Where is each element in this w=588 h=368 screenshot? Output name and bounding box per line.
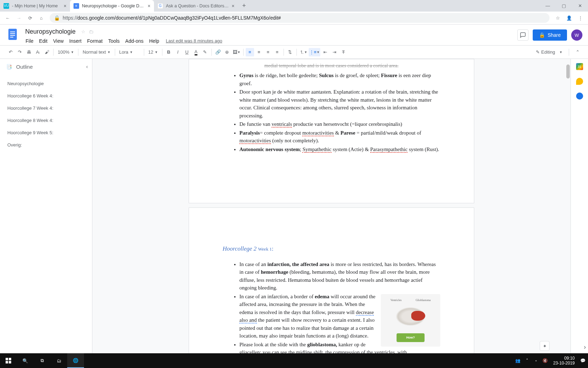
tab-help[interactable]: G Ask a Question - Docs Editors He × — [154, 0, 238, 12]
indent-decrease-button[interactable]: ⇤ — [321, 48, 329, 56]
tray-chevron-icon[interactable]: ˄ — [523, 358, 531, 363]
editing-mode-select[interactable]: ✎ Editing▼ — [534, 49, 565, 55]
forward-button[interactable]: → — [14, 13, 24, 23]
page[interactable]: medial temporal lobe and is in most case… — [189, 59, 474, 203]
home-button[interactable]: ⌂ — [36, 13, 46, 23]
list-item[interactable]: Gyrus is de ridge, het bolle gedeelte; S… — [239, 71, 440, 87]
document-canvas[interactable]: medial temporal lobe and is in most case… — [92, 59, 570, 354]
list-item[interactable]: De functie van ventricals productie van … — [239, 120, 440, 128]
share-button[interactable]: 🔒 Share — [533, 29, 567, 41]
list-item[interactable]: In case of an infarction, the affected a… — [239, 260, 440, 292]
spellcheck-button[interactable]: Aᵢ — [34, 48, 42, 56]
outline-item[interactable]: Hoorcollege 6 Week 4: — [0, 90, 92, 102]
chrome-taskbar-icon[interactable]: 🌐 — [67, 353, 84, 368]
close-icon[interactable]: × — [64, 3, 66, 9]
bold-button[interactable]: B — [164, 48, 173, 56]
font-size-select[interactable]: 12▼ — [146, 49, 160, 55]
file-explorer-icon[interactable]: 🗂 — [50, 353, 67, 368]
insert-link-button[interactable]: 🔗 — [214, 48, 222, 56]
outline-item[interactable]: Neuropsychologie — [0, 77, 92, 90]
outline-item[interactable]: Hoorcollege 8 Week 4: — [0, 114, 92, 127]
vertical-scrollbar[interactable] — [566, 59, 570, 354]
scrollbar-thumb[interactable] — [566, 64, 570, 79]
maximize-button[interactable]: ▢ — [556, 0, 572, 12]
show-side-panel-button[interactable]: › — [584, 343, 586, 351]
explore-button[interactable]: ✦ — [540, 341, 550, 351]
notifications-icon[interactable]: 💬 — [579, 358, 587, 363]
account-icon[interactable]: 👤 — [564, 13, 574, 23]
battery-icon[interactable]: ▫ — [532, 358, 540, 363]
menu-view[interactable]: View — [51, 37, 66, 45]
underline-button[interactable]: U — [183, 48, 191, 56]
close-icon[interactable]: × — [148, 3, 150, 9]
zoom-select[interactable]: 100%▼ — [56, 49, 76, 55]
highlight-button[interactable]: ✎ — [201, 48, 209, 56]
browser-menu-button[interactable]: ⋮ — [575, 13, 585, 23]
calendar-icon[interactable] — [576, 63, 583, 70]
collapse-outline-button[interactable]: ‹ — [86, 64, 88, 69]
reload-button[interactable]: ⟳ — [25, 13, 35, 23]
star-icon[interactable]: ☆ — [81, 29, 85, 34]
align-left-button[interactable]: ≡ — [246, 48, 254, 56]
insert-image-button[interactable]: 🖼▼ — [232, 48, 241, 56]
outline-item[interactable]: Hoorcollege 7 Week 4: — [0, 102, 92, 114]
docs-logo-icon[interactable] — [6, 27, 20, 41]
heading-hoorcollege-2[interactable]: Hoorcollege 2 Week 1: — [223, 244, 440, 253]
search-button[interactable]: 🔍 — [17, 353, 34, 368]
outline-item[interactable]: Overig: — [0, 139, 92, 151]
document-title[interactable]: Neuropsychologie — [23, 27, 78, 36]
volume-muted-icon[interactable]: 🔇 — [541, 358, 549, 363]
menu-file[interactable]: File — [23, 37, 36, 45]
menu-format[interactable]: Format — [85, 37, 105, 45]
numbered-list-button[interactable]: ⒈▼ — [299, 48, 308, 56]
line-spacing-button[interactable]: ⇅ — [286, 48, 294, 56]
hide-menus-button[interactable]: ⌃ — [573, 48, 582, 56]
print-button[interactable]: 🖶 — [24, 48, 33, 56]
task-view-button[interactable]: ⧉ — [34, 353, 50, 368]
tab-neuropsychologie[interactable]: ≡ Neuropsychologie - Google Docs × — [70, 0, 154, 12]
back-button[interactable]: ← — [3, 13, 13, 23]
page[interactable]: Hoorcollege 2 Week 1: In case of an infa… — [189, 207, 474, 354]
list-item[interactable]: Door sport kan je de white matter aantas… — [239, 88, 440, 120]
text-color-button[interactable]: A — [192, 48, 200, 56]
menu-edit[interactable]: Edit — [37, 37, 50, 45]
clear-formatting-button[interactable]: T — [339, 48, 348, 56]
new-tab-button[interactable]: + — [238, 2, 250, 9]
account-avatar[interactable]: W — [571, 29, 582, 41]
system-clock[interactable]: 09:10 23-10-2019 — [551, 356, 578, 366]
menu-insert[interactable]: Insert — [67, 37, 84, 45]
start-button[interactable] — [0, 353, 17, 368]
menu-help[interactable]: Help — [147, 37, 162, 45]
insert-comment-button[interactable]: ⊕ — [223, 48, 231, 56]
menu-addons[interactable]: Add-ons — [123, 37, 146, 45]
comments-button[interactable] — [517, 29, 528, 41]
indent-increase-button[interactable]: ⇥ — [330, 48, 338, 56]
tasks-icon[interactable] — [576, 93, 583, 100]
close-icon[interactable]: × — [232, 3, 234, 9]
minimize-button[interactable]: — — [540, 0, 556, 12]
paint-format-button[interactable]: 🖌 — [43, 48, 51, 56]
list-item[interactable]: Paralysis= complete dropout motoractivit… — [239, 129, 440, 145]
list-item[interactable]: Autonomic nervous system; Sympathethic s… — [239, 145, 440, 154]
align-justify-button[interactable]: ≡ — [273, 48, 281, 56]
list-item[interactable]: VentriclesGlioblastoma How? In case of a… — [239, 293, 440, 340]
italic-button[interactable]: I — [174, 48, 182, 56]
outline-item[interactable]: Hoorcollege 9 Week 5: — [0, 127, 92, 139]
brain-illustration[interactable]: VentriclesGlioblastoma How? — [381, 294, 440, 347]
bookmark-star-button[interactable]: ☆ — [553, 13, 563, 23]
keep-icon[interactable] — [576, 78, 583, 85]
undo-button[interactable]: ↶ — [6, 48, 15, 56]
font-select[interactable]: Lora▼ — [117, 49, 142, 55]
last-edit-link[interactable]: Last edit was 8 minutes ago — [166, 38, 222, 43]
url-input[interactable]: 🔒 https://docs.google.com/document/d/1pN… — [50, 13, 550, 23]
paragraph-style-select[interactable]: Normal text▼ — [80, 49, 112, 55]
people-icon[interactable]: 👥 — [514, 358, 522, 363]
move-folder-icon[interactable]: 🗀 — [89, 29, 93, 34]
align-center-button[interactable]: ≡ — [255, 48, 263, 56]
menu-tools[interactable]: Tools — [106, 37, 122, 45]
align-right-button[interactable]: ≡ — [264, 48, 272, 56]
tab-myhome[interactable]: VU - Mijn Home | My Home × — [0, 0, 70, 12]
bulleted-list-button[interactable]: ⋮≡▼ — [309, 48, 321, 56]
redo-button[interactable]: ↷ — [15, 48, 24, 56]
close-window-button[interactable]: ✕ — [572, 0, 588, 12]
